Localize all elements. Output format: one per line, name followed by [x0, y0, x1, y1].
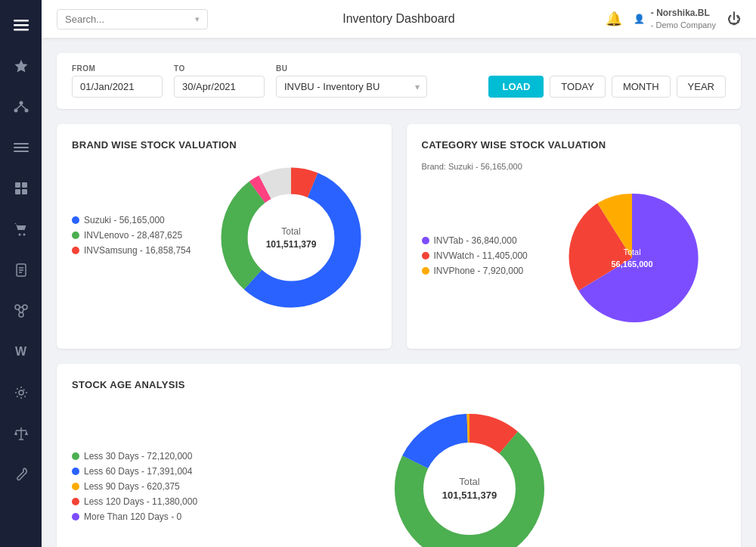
user-name: - Norshika.BL	[651, 7, 716, 20]
legend-dot-phone	[422, 267, 429, 275]
w-icon[interactable]: W	[8, 338, 35, 365]
svg-rect-12	[15, 182, 20, 188]
legend-item: INVWatch - 11,405,000	[422, 250, 528, 261]
settings-icon[interactable]	[8, 379, 35, 406]
cart-icon[interactable]	[8, 216, 35, 243]
user-info: 👤 - Norshika.BL - Demo Company	[634, 7, 716, 31]
bu-select[interactable]: INVBU - Inventory BU	[276, 76, 427, 98]
legend-label-phone: INVPhone - 7,920,000	[434, 266, 524, 276]
stock-age-donut: Total 101,511,379	[212, 402, 726, 547]
category-stock-legend: INVTab - 36,840,000 INVWatch - 11,405,00…	[422, 235, 528, 281]
svg-rect-14	[15, 189, 20, 194]
wrench-icon[interactable]	[8, 461, 35, 488]
svg-rect-10	[14, 147, 29, 148]
category-stock-title: CATEGORY WISE STOCK VALUATION	[422, 139, 727, 151]
list-icon[interactable]	[8, 134, 35, 161]
top-charts-grid: BRAND WISE STOCK VALUATION Suzuki - 56,1…	[57, 124, 741, 349]
main-content: ▾ Inventory Dashboard 🔔 👤 - Norshika.BL …	[42, 0, 756, 547]
svg-text:101,511,379: 101,511,379	[442, 490, 496, 501]
svg-line-27	[22, 309, 24, 313]
brand-stock-card: BRAND WISE STOCK VALUATION Suzuki - 56,1…	[57, 124, 392, 349]
legend-item: INVLenovo - 28,487,625	[72, 230, 191, 241]
category-pie-chart: Total 56,165,000	[539, 182, 726, 334]
legend-dot-120plus	[72, 513, 79, 521]
category-stock-card: CATEGORY WISE STOCK VALUATION Brand: Suz…	[407, 124, 742, 349]
header-right: 🔔 👤 - Norshika.BL - Demo Company ⏻	[606, 7, 741, 31]
legend-item: Less 30 Days - 72,120,000	[72, 451, 197, 462]
stock-age-title: STOCK AGE ANALYSIS	[72, 379, 726, 390]
legend-item: Less 90 Days - 620,375	[72, 481, 197, 492]
legend-item: Less 120 Days - 11,380,000	[72, 496, 197, 507]
to-label: TO	[174, 64, 265, 73]
today-button[interactable]: TODAY	[550, 76, 606, 98]
from-date-input[interactable]	[72, 76, 163, 98]
legend-dot-suzuki	[72, 216, 79, 224]
svg-text:Total: Total	[459, 476, 480, 487]
grid-icon[interactable]	[8, 175, 35, 202]
sidebar: W	[0, 0, 42, 547]
legend-dot-120	[72, 498, 79, 505]
to-date-input[interactable]	[174, 76, 265, 98]
brand-stock-title: BRAND WISE STOCK VALUATION	[72, 139, 376, 151]
connections-icon[interactable]	[8, 297, 35, 325]
svg-rect-2	[14, 29, 29, 31]
svg-point-4	[19, 101, 23, 105]
legend-item: More Than 120 Days - 0	[72, 511, 197, 522]
legend-dot-lenovo	[72, 232, 79, 239]
svg-text:Total: Total	[281, 226, 300, 237]
legend-dot-30	[72, 452, 79, 460]
bu-select-wrapper: INVBU - Inventory BU	[276, 76, 427, 98]
legend-label-90: Less 90 Days - 620,375	[84, 481, 180, 492]
brand-stock-content: Suzuki - 56,165,000 INVLenovo - 28,487,6…	[72, 162, 376, 313]
svg-rect-9	[14, 143, 29, 145]
svg-point-16	[18, 234, 20, 236]
stock-age-content: Less 30 Days - 72,120,000 Less 60 Days -…	[72, 402, 726, 547]
legend-dot-60	[72, 468, 79, 475]
svg-point-22	[15, 305, 20, 309]
legend-label-suzuki: Suzuki - 56,165,000	[84, 215, 165, 225]
load-button[interactable]: LOAD	[488, 76, 544, 98]
svg-point-28	[19, 390, 23, 395]
legend-dot-90	[72, 483, 79, 490]
legend-label-60: Less 60 Days - 17,391,004	[84, 466, 192, 477]
svg-rect-13	[22, 182, 27, 188]
menu-icon[interactable]	[8, 11, 35, 39]
search-box[interactable]: ▾	[57, 9, 208, 30]
power-button[interactable]: ⏻	[727, 11, 741, 27]
from-label: FROM	[72, 64, 163, 73]
legend-label-watch: INVWatch - 11,405,000	[434, 250, 528, 261]
bu-filter-group: BU INVBU - Inventory BU	[276, 64, 427, 98]
svg-point-24	[19, 312, 23, 317]
scale-icon[interactable]	[8, 420, 35, 447]
svg-point-17	[23, 234, 25, 236]
category-layout: INVTab - 36,840,000 INVWatch - 11,405,00…	[422, 182, 727, 334]
star-icon[interactable]	[8, 52, 35, 79]
legend-label-tab: INVTab - 36,840,000	[434, 235, 517, 246]
legend-item: INVPhone - 7,920,000	[422, 266, 528, 276]
svg-text:56,165,000: 56,165,000	[612, 260, 653, 269]
legend-label-120plus: More Than 120 Days - 0	[84, 511, 181, 522]
legend-label-30: Less 30 Days - 72,120,000	[84, 451, 192, 462]
user-details: - Norshika.BL - Demo Company	[651, 7, 716, 31]
legend-dot-tab	[422, 237, 429, 244]
from-filter-group: FROM	[72, 64, 163, 98]
month-button[interactable]: MONTH	[612, 76, 671, 98]
content-area: FROM TO BU INVBU - Inventory BU LOAD TOD…	[42, 38, 756, 547]
search-input[interactable]	[65, 14, 171, 25]
stock-age-card: STOCK AGE ANALYSIS Less 30 Days - 72,120…	[57, 364, 741, 547]
svg-line-7	[17, 105, 21, 110]
bell-icon[interactable]: 🔔	[606, 11, 622, 27]
legend-dot-samsung	[72, 247, 79, 254]
legend-label-lenovo: INVLenovo - 28,487,625	[84, 230, 182, 241]
svg-line-8	[21, 105, 26, 110]
svg-marker-3	[14, 60, 27, 73]
year-button[interactable]: YEAR	[677, 76, 726, 98]
legend-item: Suzuki - 56,165,000	[72, 215, 191, 225]
svg-line-26	[18, 309, 20, 313]
page-title: Inventory Dashboard	[342, 12, 455, 26]
svg-rect-11	[14, 151, 29, 152]
legend-label-samsung: INVSamsung - 16,858,754	[84, 245, 191, 256]
document-icon[interactable]	[8, 256, 35, 284]
svg-rect-1	[14, 24, 29, 26]
network-icon[interactable]	[8, 93, 35, 120]
